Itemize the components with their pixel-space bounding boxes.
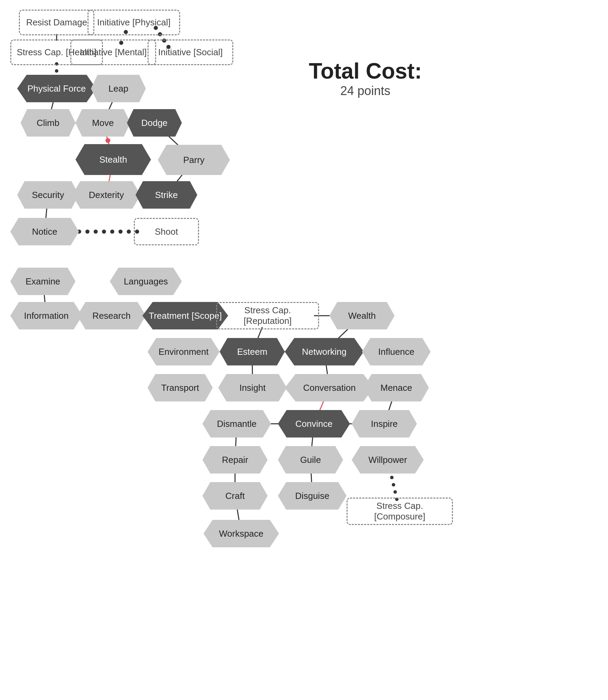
node-move[interactable]: Move bbox=[75, 109, 130, 137]
node-label-disguise: Disguise bbox=[295, 491, 329, 501]
node-label-stress-cap-composure: Stress Cap. [Composure] bbox=[351, 501, 448, 522]
node-label-initiative-physical: Initiative [Physical] bbox=[97, 17, 171, 28]
node-climb[interactable]: Climb bbox=[21, 109, 75, 137]
node-transport[interactable]: Transport bbox=[148, 374, 213, 401]
node-examine[interactable]: Examine bbox=[10, 268, 75, 295]
node-label-languages: Languages bbox=[124, 276, 168, 287]
node-label-willpower: Willpower bbox=[369, 455, 407, 465]
node-label-influence: Influence bbox=[378, 347, 414, 357]
svg-point-58 bbox=[394, 490, 397, 494]
node-label-treatment-scope: Treatment [Scope] bbox=[149, 311, 222, 321]
node-label-move: Move bbox=[92, 118, 114, 128]
node-environment[interactable]: Environment bbox=[148, 338, 220, 365]
node-esteem[interactable]: Esteem bbox=[220, 338, 285, 365]
node-stress-cap-reputation[interactable]: Stress Cap. [Reputation] bbox=[216, 302, 319, 329]
node-label-esteem: Esteem bbox=[237, 347, 267, 357]
node-guile[interactable]: Guile bbox=[278, 446, 343, 474]
svg-point-29 bbox=[102, 230, 106, 234]
node-notice[interactable]: Notice bbox=[10, 218, 79, 245]
node-leap[interactable]: Leap bbox=[91, 75, 146, 102]
node-conversation[interactable]: Conversation bbox=[285, 374, 374, 401]
node-label-notice: Notice bbox=[32, 226, 57, 237]
node-label-climb: Climb bbox=[37, 118, 59, 128]
node-wealth[interactable]: Wealth bbox=[329, 302, 395, 329]
node-insight[interactable]: Insight bbox=[218, 374, 287, 401]
node-label-dodge: Dodge bbox=[141, 118, 168, 128]
node-research[interactable]: Research bbox=[77, 302, 146, 329]
node-convince[interactable]: Convince bbox=[278, 410, 350, 438]
node-label-stress-cap-reputation: Stress Cap. [Reputation] bbox=[221, 305, 315, 326]
node-label-inspire: Inspire bbox=[371, 419, 398, 429]
node-shoot[interactable]: Shoot bbox=[134, 218, 199, 245]
node-label-research: Research bbox=[92, 311, 130, 321]
node-stress-cap-composure[interactable]: Stress Cap. [Composure] bbox=[347, 498, 453, 525]
svg-point-9 bbox=[55, 69, 58, 73]
svg-point-32 bbox=[127, 230, 131, 234]
node-menace[interactable]: Menace bbox=[364, 374, 429, 401]
node-label-initiative-mental: Initiative [Mental] bbox=[80, 47, 147, 58]
node-parry[interactable]: Parry bbox=[158, 145, 230, 175]
node-security[interactable]: Security bbox=[17, 181, 79, 209]
node-label-shoot: Shoot bbox=[155, 226, 178, 237]
node-networking[interactable]: Networking bbox=[285, 338, 364, 365]
svg-point-28 bbox=[94, 230, 98, 234]
node-repair[interactable]: Repair bbox=[202, 446, 268, 474]
node-craft[interactable]: Craft bbox=[202, 482, 268, 510]
node-label-physical-force: Physical Force bbox=[27, 83, 86, 94]
node-willpower[interactable]: Willpower bbox=[352, 446, 424, 474]
node-dexterity[interactable]: Dexterity bbox=[72, 181, 141, 209]
node-label-examine: Examine bbox=[25, 276, 60, 287]
svg-point-27 bbox=[85, 230, 90, 234]
node-label-initiative-social: Initiative [Social] bbox=[158, 47, 223, 58]
node-label-repair: Repair bbox=[222, 455, 248, 465]
svg-point-57 bbox=[392, 483, 395, 487]
node-disguise[interactable]: Disguise bbox=[278, 482, 347, 510]
node-label-transport: Transport bbox=[161, 383, 199, 393]
node-languages[interactable]: Languages bbox=[110, 268, 182, 295]
node-dismantle[interactable]: Dismantle bbox=[202, 410, 271, 438]
node-strike[interactable]: Strike bbox=[136, 181, 197, 209]
node-label-menace: Menace bbox=[381, 383, 412, 393]
node-label-networking: Networking bbox=[302, 347, 347, 357]
node-label-strike: Strike bbox=[155, 190, 178, 200]
node-inspire[interactable]: Inspire bbox=[352, 410, 417, 438]
node-stealth[interactable]: Stealth bbox=[75, 144, 151, 175]
node-label-convince: Convince bbox=[295, 419, 332, 429]
total-cost-display: Total Cost: 24 points bbox=[309, 58, 422, 98]
node-information[interactable]: Information bbox=[10, 302, 82, 329]
skill-tree-canvas: Resist DamageInitiative [Physical]Stress… bbox=[0, 0, 608, 700]
node-workspace[interactable]: Workspace bbox=[203, 520, 279, 547]
node-label-insight: Insight bbox=[239, 383, 266, 393]
svg-point-56 bbox=[390, 476, 394, 479]
node-treatment-scope[interactable]: Treatment [Scope] bbox=[142, 302, 228, 329]
node-label-wealth: Wealth bbox=[348, 311, 376, 321]
node-dodge[interactable]: Dodge bbox=[127, 109, 182, 137]
node-influence[interactable]: Influence bbox=[362, 338, 431, 365]
node-physical-force[interactable]: Physical Force bbox=[17, 75, 96, 102]
total-cost-points: 24 points bbox=[309, 84, 422, 98]
svg-point-17 bbox=[105, 138, 110, 143]
node-label-workspace: Workspace bbox=[219, 528, 264, 539]
node-label-information: Information bbox=[24, 311, 69, 321]
node-label-dexterity: Dexterity bbox=[89, 190, 124, 200]
node-label-security: Security bbox=[32, 190, 64, 200]
node-label-conversation: Conversation bbox=[303, 383, 355, 393]
node-label-environment: Environment bbox=[159, 347, 209, 357]
node-label-craft: Craft bbox=[225, 491, 245, 501]
node-label-stealth: Stealth bbox=[100, 154, 127, 165]
node-resist-damage[interactable]: Resist Damage bbox=[19, 10, 94, 35]
node-label-leap: Leap bbox=[108, 83, 128, 94]
node-label-parry: Parry bbox=[183, 155, 204, 165]
node-initiative-physical[interactable]: Initiative [Physical] bbox=[87, 10, 180, 35]
total-cost-label: Total Cost: bbox=[309, 58, 422, 84]
svg-point-30 bbox=[110, 230, 114, 234]
node-initiative-mental[interactable]: Initiative [Mental] bbox=[70, 39, 156, 65]
node-initiative-social[interactable]: Initiative [Social] bbox=[148, 39, 233, 65]
node-label-guile: Guile bbox=[300, 455, 321, 465]
node-label-resist-damage: Resist Damage bbox=[26, 17, 87, 28]
svg-point-31 bbox=[118, 230, 122, 234]
node-label-dismantle: Dismantle bbox=[217, 419, 257, 429]
